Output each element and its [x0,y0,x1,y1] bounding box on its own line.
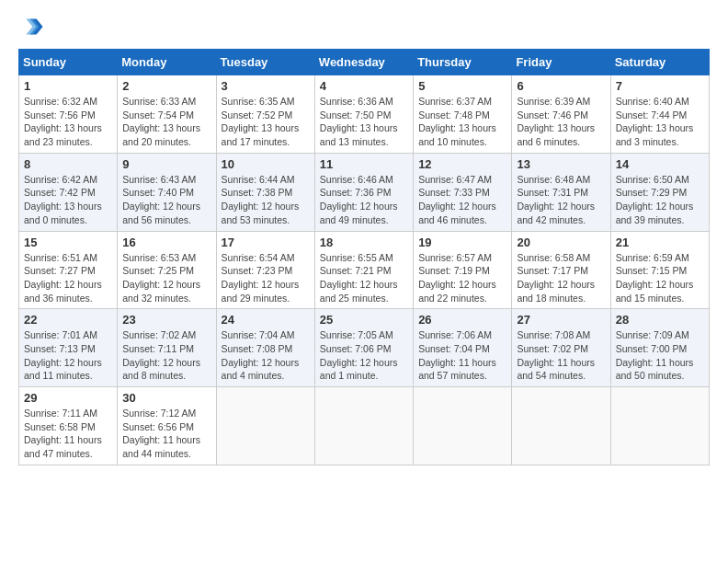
day-number: 16 [122,236,210,249]
calendar-cell: 21Sunrise: 6:59 AM Sunset: 7:15 PM Dayli… [610,231,709,309]
calendar-table: SundayMondayTuesdayWednesdayThursdayFrid… [18,49,710,465]
day-number: 14 [616,157,704,171]
day-number: 6 [517,79,605,93]
calendar-cell [314,387,413,465]
header-row: SundayMondayTuesdayWednesdayThursdayFrid… [19,50,710,75]
day-info: Sunrise: 6:50 AM Sunset: 7:29 PM Dayligh… [616,173,704,227]
calendar-cell: 14Sunrise: 6:50 AM Sunset: 7:29 PM Dayli… [610,153,709,231]
day-number: 30 [122,391,210,405]
day-info: Sunrise: 6:58 AM Sunset: 7:17 PM Dayligh… [517,251,605,305]
day-number: 19 [418,236,506,249]
calendar-header: SundayMondayTuesdayWednesdayThursdayFrid… [19,50,710,75]
day-number: 22 [24,313,112,327]
calendar-cell: 16Sunrise: 6:53 AM Sunset: 7:25 PM Dayli… [118,231,216,309]
calendar-cell: 8Sunrise: 6:42 AM Sunset: 7:42 PM Daylig… [19,153,118,231]
calendar-cell: 9Sunrise: 6:43 AM Sunset: 7:40 PM Daylig… [118,153,216,231]
day-info: Sunrise: 7:05 AM Sunset: 7:06 PM Dayligh… [320,328,408,383]
day-info: Sunrise: 6:46 AM Sunset: 7:36 PM Dayligh… [320,173,408,227]
calendar-cell: 11Sunrise: 6:46 AM Sunset: 7:36 PM Dayli… [314,153,413,231]
calendar-week-5: 29Sunrise: 7:11 AM Sunset: 6:58 PM Dayli… [19,387,710,465]
day-header-tuesday: Tuesday [216,50,314,75]
calendar-cell: 20Sunrise: 6:58 AM Sunset: 7:17 PM Dayli… [512,231,610,309]
day-number: 10 [222,157,310,171]
calendar-cell: 18Sunrise: 6:55 AM Sunset: 7:21 PM Dayli… [314,231,413,309]
calendar-cell: 1Sunrise: 6:32 AM Sunset: 7:56 PM Daylig… [19,75,118,154]
day-number: 5 [418,79,506,93]
calendar-cell [610,387,709,465]
day-header-sunday: Sunday [19,50,118,75]
day-number: 7 [616,79,704,93]
day-number: 28 [616,313,704,327]
day-header-wednesday: Wednesday [314,50,413,75]
day-info: Sunrise: 7:06 AM Sunset: 7:04 PM Dayligh… [418,328,506,383]
day-number: 4 [320,79,408,93]
calendar-cell: 5Sunrise: 6:37 AM Sunset: 7:48 PM Daylig… [414,75,512,154]
day-info: Sunrise: 7:11 AM Sunset: 6:58 PM Dayligh… [24,407,112,461]
day-number: 25 [320,313,408,327]
day-info: Sunrise: 6:32 AM Sunset: 7:56 PM Dayligh… [24,95,112,149]
day-number: 29 [24,391,112,405]
day-info: Sunrise: 6:51 AM Sunset: 7:27 PM Dayligh… [24,251,112,305]
main-container: SundayMondayTuesdayWednesdayThursdayFrid… [0,0,728,475]
day-header-thursday: Thursday [414,50,512,75]
day-info: Sunrise: 6:37 AM Sunset: 7:48 PM Dayligh… [418,95,506,149]
day-info: Sunrise: 6:47 AM Sunset: 7:33 PM Dayligh… [418,173,506,227]
calendar-cell: 28Sunrise: 7:09 AM Sunset: 7:00 PM Dayli… [610,309,709,387]
calendar-cell: 10Sunrise: 6:44 AM Sunset: 7:38 PM Dayli… [216,153,314,231]
day-info: Sunrise: 6:35 AM Sunset: 7:52 PM Dayligh… [222,95,310,149]
calendar-cell [216,387,314,465]
day-number: 15 [24,236,112,249]
calendar-cell: 7Sunrise: 6:40 AM Sunset: 7:44 PM Daylig… [610,75,709,154]
day-number: 13 [517,157,605,171]
day-number: 11 [320,157,408,171]
day-number: 21 [616,236,704,249]
day-number: 27 [517,313,605,327]
calendar-cell: 19Sunrise: 6:57 AM Sunset: 7:19 PM Dayli… [414,231,512,309]
day-number: 23 [122,313,210,327]
day-info: Sunrise: 6:54 AM Sunset: 7:23 PM Dayligh… [222,251,310,305]
calendar-week-2: 8Sunrise: 6:42 AM Sunset: 7:42 PM Daylig… [19,153,710,231]
day-header-friday: Friday [512,50,610,75]
logo [18,14,48,40]
calendar-cell: 17Sunrise: 6:54 AM Sunset: 7:23 PM Dayli… [216,231,314,309]
day-info: Sunrise: 7:04 AM Sunset: 7:08 PM Dayligh… [222,328,310,383]
calendar-week-4: 22Sunrise: 7:01 AM Sunset: 7:13 PM Dayli… [19,309,710,387]
day-info: Sunrise: 6:53 AM Sunset: 7:25 PM Dayligh… [122,251,210,305]
day-info: Sunrise: 6:57 AM Sunset: 7:19 PM Dayligh… [418,251,506,305]
calendar-cell: 13Sunrise: 6:48 AM Sunset: 7:31 PM Dayli… [512,153,610,231]
calendar-week-1: 1Sunrise: 6:32 AM Sunset: 7:56 PM Daylig… [19,75,710,154]
day-info: Sunrise: 7:08 AM Sunset: 7:02 PM Dayligh… [517,328,605,383]
day-header-monday: Monday [118,50,216,75]
day-info: Sunrise: 6:44 AM Sunset: 7:38 PM Dayligh… [222,173,310,227]
calendar-cell: 3Sunrise: 6:35 AM Sunset: 7:52 PM Daylig… [216,75,314,154]
day-number: 24 [222,313,310,327]
calendar-cell: 4Sunrise: 6:36 AM Sunset: 7:50 PM Daylig… [314,75,413,154]
day-number: 3 [222,79,310,93]
day-number: 12 [418,157,506,171]
day-info: Sunrise: 6:42 AM Sunset: 7:42 PM Dayligh… [24,173,112,227]
day-info: Sunrise: 6:40 AM Sunset: 7:44 PM Dayligh… [616,95,704,149]
day-number: 26 [418,313,506,327]
calendar-cell: 29Sunrise: 7:11 AM Sunset: 6:58 PM Dayli… [19,387,118,465]
day-number: 1 [24,79,112,93]
day-info: Sunrise: 6:33 AM Sunset: 7:54 PM Dayligh… [122,95,210,149]
calendar-cell [512,387,610,465]
day-header-saturday: Saturday [610,50,709,75]
calendar-cell: 12Sunrise: 6:47 AM Sunset: 7:33 PM Dayli… [414,153,512,231]
day-number: 9 [122,157,210,171]
calendar-cell: 27Sunrise: 7:08 AM Sunset: 7:02 PM Dayli… [512,309,610,387]
day-number: 18 [320,236,408,249]
calendar-cell: 25Sunrise: 7:05 AM Sunset: 7:06 PM Dayli… [314,309,413,387]
calendar-body: 1Sunrise: 6:32 AM Sunset: 7:56 PM Daylig… [19,75,710,465]
calendar-week-3: 15Sunrise: 6:51 AM Sunset: 7:27 PM Dayli… [19,231,710,309]
calendar-cell: 2Sunrise: 6:33 AM Sunset: 7:54 PM Daylig… [118,75,216,154]
day-number: 20 [517,236,605,249]
header [18,14,710,40]
calendar-cell: 6Sunrise: 6:39 AM Sunset: 7:46 PM Daylig… [512,75,610,154]
day-info: Sunrise: 7:02 AM Sunset: 7:11 PM Dayligh… [122,328,210,383]
calendar-cell: 15Sunrise: 6:51 AM Sunset: 7:27 PM Dayli… [19,231,118,309]
day-info: Sunrise: 6:39 AM Sunset: 7:46 PM Dayligh… [517,95,605,149]
calendar-cell: 22Sunrise: 7:01 AM Sunset: 7:13 PM Dayli… [19,309,118,387]
day-info: Sunrise: 7:12 AM Sunset: 6:56 PM Dayligh… [122,407,210,461]
day-info: Sunrise: 6:36 AM Sunset: 7:50 PM Dayligh… [320,95,408,149]
